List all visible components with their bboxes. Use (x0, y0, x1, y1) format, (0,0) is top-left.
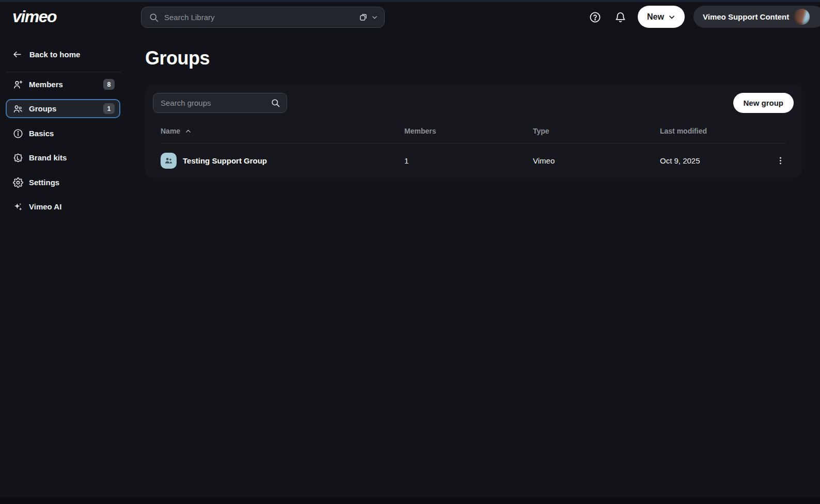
sort-ascending-icon (185, 128, 192, 135)
group-name: Testing Support Group (183, 156, 267, 165)
account-name: Vimeo Support Content (703, 12, 789, 21)
search-icon[interactable] (271, 98, 280, 108)
sidebar-divider (6, 72, 121, 72)
table-row[interactable]: Testing Support Group 1 Vimeo Oct 9, 202… (161, 143, 786, 177)
brand-kit-icon (13, 153, 23, 163)
library-search-input[interactable] (164, 13, 358, 22)
groups-count-badge: 1 (103, 103, 115, 114)
search-icon (149, 12, 159, 23)
info-icon (13, 128, 23, 139)
group-type: Vimeo (533, 156, 660, 165)
sidebar-item-brand-kits[interactable]: Brand kits (6, 148, 120, 167)
chevron-down-icon (668, 13, 675, 21)
person-add-icon (13, 79, 23, 90)
back-to-home-label: Back to home (29, 50, 80, 59)
groups-panel: New group Name Members Type Last modifie… (145, 84, 802, 178)
bottom-edge-strip (0, 498, 820, 504)
sidebar-item-label: Brand kits (29, 153, 67, 162)
group-last-modified: Oct 9, 2025 (660, 156, 774, 165)
back-to-home-link[interactable]: Back to home (12, 50, 80, 59)
sidebar-item-vimeo-ai[interactable]: Vimeo AI (6, 197, 120, 216)
bell-icon (614, 11, 626, 23)
group-name-cell[interactable]: Testing Support Group (161, 153, 404, 169)
groups-search-bar[interactable] (153, 93, 287, 113)
new-button-label: New (647, 12, 664, 22)
collections-icon (358, 12, 368, 22)
group-members-count: 1 (404, 156, 533, 165)
chevron-down-icon (371, 14, 378, 21)
vimeo-admin-app: vimeo New Vimeo Support Content Back to … (0, 0, 820, 504)
help-button[interactable] (588, 10, 602, 24)
user-avatar (794, 9, 810, 25)
notifications-button[interactable] (613, 10, 627, 24)
account-menu[interactable]: Vimeo Support Content (693, 6, 820, 28)
column-label: Name (161, 127, 180, 135)
people-icon (164, 156, 174, 166)
sidebar-item-label: Vimeo AI (29, 202, 61, 211)
sidebar-item-groups[interactable]: Groups 1 (6, 99, 120, 118)
column-header-type[interactable]: Type (533, 127, 660, 135)
arrow-left-icon (12, 50, 22, 59)
new-button[interactable]: New (638, 6, 685, 28)
library-search-bar[interactable] (141, 7, 385, 28)
sidebar-item-label: Settings (29, 178, 59, 187)
sidebar-item-label: Groups (29, 104, 56, 113)
sidebar-item-members[interactable]: Members 8 (6, 75, 120, 94)
column-header-name[interactable]: Name (161, 127, 404, 135)
kebab-menu-icon (776, 156, 785, 165)
sidebar-item-settings[interactable]: Settings (6, 173, 120, 192)
sidebar-item-basics[interactable]: Basics (6, 124, 120, 143)
vimeo-logo[interactable]: vimeo (12, 7, 56, 26)
group-avatar (161, 153, 177, 169)
column-header-last-modified[interactable]: Last modified (660, 127, 774, 135)
help-icon (589, 11, 601, 23)
search-scope-selector[interactable] (358, 12, 378, 22)
page-title: Groups (145, 47, 210, 69)
sparkle-icon (13, 202, 23, 212)
table-header: Name Members Type Last modified (161, 125, 786, 137)
sidebar-item-label: Basics (29, 129, 54, 138)
gear-icon (13, 177, 23, 188)
new-group-button[interactable]: New group (733, 93, 794, 113)
groups-search-input[interactable] (161, 99, 271, 107)
top-edge-strip (0, 0, 820, 2)
row-actions-button[interactable] (774, 153, 786, 168)
members-count-badge: 8 (103, 79, 115, 90)
column-header-members[interactable]: Members (404, 127, 533, 135)
sidebar-item-label: Members (29, 80, 63, 89)
people-icon (13, 104, 23, 114)
